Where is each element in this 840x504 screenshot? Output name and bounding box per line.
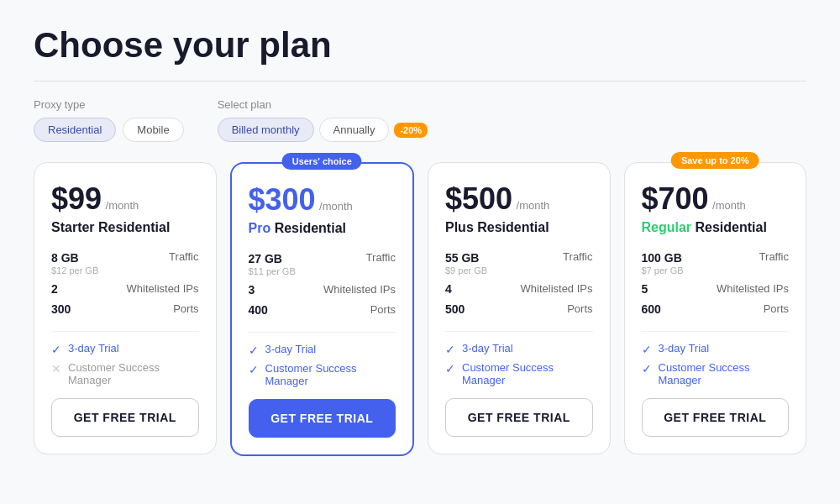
starter-trial-item: ✓ 3-day Trial (51, 342, 199, 356)
divider (34, 81, 806, 81)
regular-trial-check-icon: ✓ (642, 343, 652, 356)
page-title: Choose your plan (34, 25, 806, 66)
regular-csm-check-icon: ✓ (642, 362, 652, 375)
proxy-type-label: Proxy type (34, 98, 184, 111)
plus-traffic-row: 55 GB $9 per GB Traffic (445, 247, 593, 279)
starter-traffic-value: 8 GB (51, 251, 79, 265)
plus-csm-check-icon: ✓ (445, 362, 455, 375)
page-container: Choose your plan Proxy type Residential … (34, 25, 806, 456)
starter-traffic-sub: $12 per GB (51, 265, 98, 276)
regular-traffic-value: 100 GB (642, 251, 682, 265)
proxy-residential-btn[interactable]: Residential (34, 118, 116, 142)
regular-extras: ✓ 3-day Trial ✓ Customer Success Manager (642, 331, 790, 386)
billing-monthly-btn[interactable]: Billed monthly (218, 118, 314, 142)
regular-features: 100 GB $7 per GB Traffic 5 Whitelisted I… (642, 247, 790, 319)
pro-csm-label: Customer Success Manager (265, 362, 396, 387)
starter-csm-cross-icon: ✕ (51, 362, 61, 375)
pro-csm-check-icon: ✓ (249, 363, 259, 376)
plus-trial-label: 3-day Trial (462, 342, 513, 354)
discount-badge: -20% (394, 123, 428, 138)
pro-cta-btn[interactable]: GET FREE TRIAL (249, 399, 396, 438)
plus-price-row: $500 /month (445, 181, 593, 217)
regular-plan-name: Regular Residential (642, 220, 790, 235)
regular-traffic-sub: $7 per GB (642, 265, 684, 276)
regular-traffic-label: Traffic (759, 250, 789, 263)
proxy-type-group: Proxy type Residential Mobile (34, 98, 184, 142)
plus-ports-row: 500 Ports (445, 299, 593, 319)
regular-traffic-row: 100 GB $7 per GB Traffic (642, 247, 790, 279)
regular-ports-row: 600 Ports (642, 299, 790, 319)
select-plan-label: Select plan (218, 98, 428, 111)
plus-whitelisted-value: 4 (445, 282, 452, 296)
starter-traffic-label: Traffic (169, 250, 198, 263)
pro-plan-name: Pro Residential (249, 221, 396, 236)
plus-price: $500 (445, 181, 512, 216)
plus-cta-btn[interactable]: GET FREE TRIAL (445, 398, 593, 437)
starter-ports-row: 300 Ports (51, 299, 199, 319)
pro-whitelisted-row: 3 Whitelisted IPs (249, 280, 396, 300)
starter-cta-btn[interactable]: GET FREE TRIAL (51, 398, 199, 437)
pro-ports-value: 400 (249, 303, 268, 317)
starter-price-row: $99 /month (51, 181, 199, 217)
pro-extras: ✓ 3-day Trial ✓ Customer Success Manager (249, 332, 396, 387)
starter-extras: ✓ 3-day Trial ✕ Customer Success Manager (51, 331, 199, 386)
billing-annually-btn[interactable]: Annually (319, 118, 390, 142)
pro-badge: Users' choice (282, 153, 362, 170)
billing-options: Billed monthly Annually -20% (218, 118, 428, 142)
plus-csm-label: Customer Success Manager (462, 361, 593, 386)
starter-features: 8 GB $12 per GB Traffic 2 Whitelisted IP… (51, 247, 199, 319)
plus-whitelisted-row: 4 Whitelisted IPs (445, 279, 593, 299)
regular-csm-label: Customer Success Manager (659, 361, 790, 386)
regular-badge: Save up to 20% (671, 152, 759, 169)
starter-ports-value: 300 (51, 302, 71, 316)
regular-whitelisted-label: Whitelisted IPs (717, 282, 789, 295)
plan-card-pro: Users' choice $300 /month Pro Residentia… (230, 162, 415, 456)
starter-whitelisted-value: 2 (51, 282, 58, 296)
plus-period: /month (517, 199, 550, 212)
starter-traffic-row: 8 GB $12 per GB Traffic (51, 247, 199, 279)
proxy-type-options: Residential Mobile (34, 118, 184, 142)
plus-ports-label: Ports (567, 302, 592, 315)
regular-whitelisted-row: 5 Whitelisted IPs (642, 279, 790, 299)
pro-traffic-sub: $11 per GB (249, 266, 296, 276)
pro-price-row: $300 /month (249, 182, 396, 218)
proxy-mobile-btn[interactable]: Mobile (123, 118, 183, 142)
regular-csm-item: ✓ Customer Success Manager (642, 361, 790, 386)
regular-cta-btn[interactable]: GET FREE TRIAL (642, 398, 790, 437)
pro-whitelisted-label: Whitelisted IPs (323, 283, 396, 296)
plus-traffic-sub: $9 per GB (445, 265, 487, 276)
pro-price: $300 (249, 182, 316, 217)
regular-period: /month (712, 199, 746, 212)
cards-container: $99 /month Starter Residential 8 GB $12 … (34, 162, 806, 456)
starter-plan-name: Starter Residential (51, 220, 199, 235)
starter-ports-label: Ports (173, 302, 198, 315)
regular-price-row: $700 /month (642, 181, 790, 217)
regular-whitelisted-value: 5 (642, 282, 648, 296)
pro-trial-item: ✓ 3-day Trial (249, 343, 396, 357)
plus-trial-check-icon: ✓ (445, 343, 455, 356)
filters-row: Proxy type Residential Mobile Select pla… (34, 98, 806, 142)
pro-trial-check-icon: ✓ (249, 344, 259, 357)
regular-ports-label: Ports (764, 302, 789, 315)
pro-traffic-value: 27 GB (249, 252, 282, 265)
pro-ports-row: 400 Ports (249, 300, 396, 320)
regular-trial-item: ✓ 3-day Trial (642, 342, 790, 356)
starter-whitelisted-label: Whitelisted IPs (127, 282, 199, 295)
starter-csm-label: Customer Success Manager (68, 361, 199, 386)
regular-ports-value: 600 (642, 302, 661, 316)
starter-price: $99 (51, 181, 102, 216)
plus-extras: ✓ 3-day Trial ✓ Customer Success Manager (445, 331, 593, 386)
pro-features: 27 GB $11 per GB Traffic 3 Whitelisted I… (249, 248, 396, 320)
starter-trial-check-icon: ✓ (51, 343, 61, 356)
starter-whitelisted-row: 2 Whitelisted IPs (51, 279, 199, 299)
pro-trial-label: 3-day Trial (265, 343, 317, 355)
plus-whitelisted-label: Whitelisted IPs (521, 282, 593, 295)
plus-csm-item: ✓ Customer Success Manager (445, 361, 593, 386)
select-plan-group: Select plan Billed monthly Annually -20% (218, 98, 428, 142)
plan-card-plus: $500 /month Plus Residential 55 GB $9 pe… (428, 162, 611, 454)
pro-traffic-label: Traffic (366, 251, 396, 264)
plus-features: 55 GB $9 per GB Traffic 4 Whitelisted IP… (445, 247, 593, 319)
regular-price: $700 (642, 181, 709, 216)
starter-csm-item: ✕ Customer Success Manager (51, 361, 199, 386)
plan-card-starter: $99 /month Starter Residential 8 GB $12 … (34, 162, 217, 454)
